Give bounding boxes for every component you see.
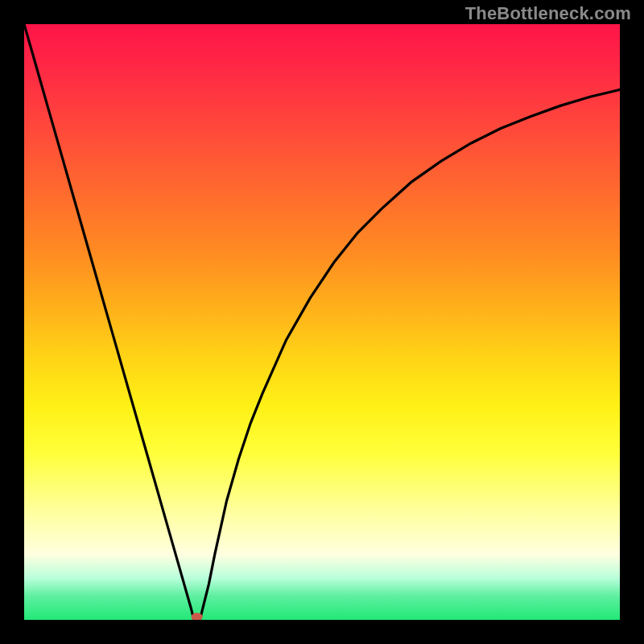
chart-container: TheBottleneck.com xyxy=(0,0,644,644)
curve-layer xyxy=(24,24,620,620)
plot-area xyxy=(24,24,620,620)
right-branch-line xyxy=(200,89,620,620)
left-branch-line xyxy=(24,24,194,620)
watermark-text: TheBottleneck.com xyxy=(465,3,631,24)
